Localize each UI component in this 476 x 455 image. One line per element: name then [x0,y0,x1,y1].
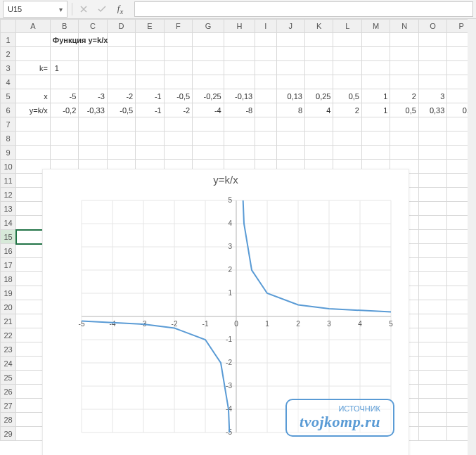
cell-O27[interactable] [418,399,446,413]
cell-C4[interactable] [79,75,107,89]
cell-H2[interactable] [224,47,255,61]
cell-G1[interactable] [193,33,224,47]
cell-H6[interactable]: -8 [224,103,255,117]
cell-O22[interactable] [418,328,446,342]
cell-K8[interactable] [305,132,333,146]
cell-C8[interactable] [79,132,107,146]
cell-O13[interactable] [418,202,446,216]
cell-G2[interactable] [193,47,224,61]
cell-O14[interactable] [418,216,446,230]
cell-F2[interactable] [164,47,192,61]
cell-L7[interactable] [333,117,361,132]
row-header-12[interactable]: 12 [1,188,16,202]
cell-M8[interactable] [361,132,390,146]
cell-D7[interactable] [107,117,135,132]
cell-O25[interactable] [418,371,446,385]
row-header-25[interactable]: 25 [1,371,16,385]
row-header-3[interactable]: 3 [1,61,16,75]
cell-F8[interactable] [164,132,192,146]
cell-H9[interactable] [224,146,255,160]
cell-O12[interactable] [418,188,446,202]
row-header-17[interactable]: 17 [1,258,16,272]
cell-I4[interactable] [255,75,276,89]
cell-D9[interactable] [107,146,135,160]
cell-N5[interactable]: 2 [390,89,418,103]
cell-D5[interactable]: -2 [107,89,135,103]
chart-object[interactable]: y=k/x -5-4-3-2-1012345-5-4-3-2-112345 ИС… [42,169,409,455]
cell-G3[interactable] [193,61,224,75]
cell-O18[interactable] [418,272,446,286]
cell-B1[interactable]: Функция y=k/x [50,33,78,47]
row-header-21[interactable]: 21 [1,314,16,328]
cell-L5[interactable]: 0,5 [333,89,361,103]
row-header-20[interactable]: 20 [1,300,16,314]
cell-D1[interactable] [107,33,135,47]
cell-H4[interactable] [224,75,255,89]
cell-A1[interactable] [16,33,51,47]
cell-L2[interactable] [333,47,361,61]
cell-D8[interactable] [107,132,135,146]
cell-N4[interactable] [390,75,418,89]
cell-H7[interactable] [224,117,255,132]
cell-K4[interactable] [305,75,333,89]
cell-A2[interactable] [16,47,51,61]
cell-F9[interactable] [164,146,192,160]
row-header-14[interactable]: 14 [1,216,16,230]
cell-E7[interactable] [136,117,164,132]
row-header-24[interactable]: 24 [1,357,16,371]
cell-N1[interactable] [390,33,418,47]
cell-O4[interactable] [418,75,446,89]
cell-I9[interactable] [255,146,276,160]
cell-L3[interactable] [333,61,361,75]
cell-M9[interactable] [361,146,390,160]
cell-O7[interactable] [418,117,446,132]
cell-B2[interactable] [50,47,78,61]
column-header-H[interactable]: H [224,20,255,33]
cell-M3[interactable] [361,61,390,75]
cell-M7[interactable] [361,117,390,132]
cell-O8[interactable] [418,132,446,146]
cell-H8[interactable] [224,132,255,146]
cell-C6[interactable]: -0,33 [79,103,107,117]
cell-L6[interactable]: 2 [333,103,361,117]
cell-I3[interactable] [255,61,276,75]
cell-E6[interactable]: -1 [136,103,164,117]
cell-H5[interactable]: -0,13 [224,89,255,103]
cell-I7[interactable] [255,117,276,132]
cell-D4[interactable] [107,75,135,89]
row-header-13[interactable]: 13 [1,202,16,216]
cell-F7[interactable] [164,117,192,132]
cell-L4[interactable] [333,75,361,89]
cell-O17[interactable] [418,258,446,272]
cell-N9[interactable] [390,146,418,160]
cell-G9[interactable] [193,146,224,160]
row-header-26[interactable]: 26 [1,385,16,399]
cell-J2[interactable] [276,47,304,61]
cell-B9[interactable] [50,146,78,160]
cell-N3[interactable] [390,61,418,75]
column-header-D[interactable]: D [107,20,135,33]
cell-I8[interactable] [255,132,276,146]
vertical-scrollbar[interactable] [468,19,476,455]
row-header-1[interactable]: 1 [1,33,16,47]
cell-D2[interactable] [107,47,135,61]
cell-J6[interactable]: 8 [276,103,304,117]
row-header-9[interactable]: 9 [1,146,16,160]
cell-B8[interactable] [50,132,78,146]
row-header-5[interactable]: 5 [1,89,16,103]
cell-O1[interactable] [418,33,446,47]
row-header-16[interactable]: 16 [1,244,16,258]
cell-E4[interactable] [136,75,164,89]
row-header-22[interactable]: 22 [1,328,16,342]
row-header-2[interactable]: 2 [1,47,16,61]
cell-B6[interactable]: -0,2 [50,103,78,117]
cell-B3[interactable]: 1 [50,61,78,75]
cell-N7[interactable] [390,117,418,132]
cell-F4[interactable] [164,75,192,89]
cell-O10[interactable] [418,160,446,174]
cell-J8[interactable] [276,132,304,146]
cell-K3[interactable] [305,61,333,75]
cell-H1[interactable] [224,33,255,47]
cell-I2[interactable] [255,47,276,61]
cell-H3[interactable] [224,61,255,75]
